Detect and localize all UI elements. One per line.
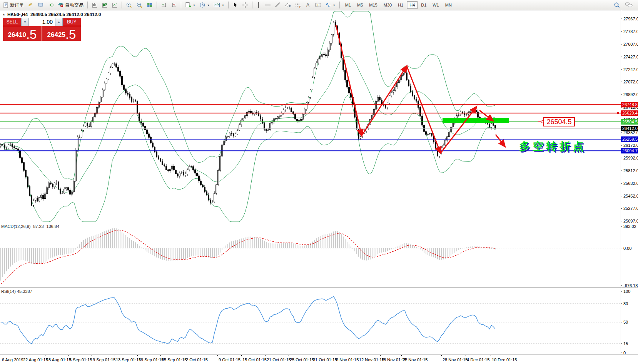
green-zone-rectangle[interactable] xyxy=(443,118,509,123)
svg-text:26629.4: 26629.4 xyxy=(622,111,638,115)
date-tick xyxy=(401,355,402,356)
separator xyxy=(122,2,122,8)
tf-button-H4[interactable]: H4 xyxy=(407,1,418,9)
dropdown-caret-icon: ▼ xyxy=(333,4,336,7)
svg-text:25097.0: 25097.0 xyxy=(623,219,638,223)
cursor-button[interactable] xyxy=(231,0,240,10)
auto-scroll-button[interactable] xyxy=(159,0,169,10)
date-label: 12 Nov 01:15 xyxy=(359,357,384,362)
sell-button[interactable]: SELL xyxy=(3,18,21,26)
new-order-icon xyxy=(3,2,9,8)
tf-button-M1[interactable]: M1 xyxy=(342,1,354,9)
buy-price-main: 26425 xyxy=(47,32,65,38)
separator xyxy=(87,2,88,8)
terminal-button[interactable] xyxy=(36,0,45,10)
vertical-line-icon xyxy=(256,2,261,8)
signal-button[interactable] xyxy=(46,0,55,10)
buy-price-frac: .5 xyxy=(65,29,76,40)
arrows-button[interactable]: ▼ xyxy=(324,0,337,10)
date-tick xyxy=(312,355,312,356)
signal-icon xyxy=(48,2,54,8)
candlesticks xyxy=(0,20,496,207)
volume-increase-button[interactable]: ▲ xyxy=(55,18,63,26)
trend-arrows[interactable] xyxy=(336,25,505,153)
candlestick-chart-button[interactable] xyxy=(100,0,109,10)
crosshair-button[interactable] xyxy=(241,0,250,10)
auto-trading-button[interactable]: 自动交易 xyxy=(56,0,85,10)
tf-button-H1[interactable]: H1 xyxy=(395,1,406,9)
volume-input[interactable]: 1.00 xyxy=(29,18,55,26)
sell-price[interactable]: 26410.5 xyxy=(3,26,42,41)
rsi-label: RSI(14) 45.3387 xyxy=(1,289,32,294)
search-icon[interactable] xyxy=(614,2,620,8)
zoom-in-button[interactable] xyxy=(124,0,134,10)
tile-windows-button[interactable] xyxy=(145,0,154,10)
zoom-out-button[interactable] xyxy=(135,0,144,10)
one-click-trading-panel: SELL ▼ 1.00 ▲ BUY 26410.5 26425.5 xyxy=(3,18,81,41)
svg-text:27072.0: 27072.0 xyxy=(623,80,638,84)
svg-text:25812.0: 25812.0 xyxy=(623,168,638,173)
auto-scroll-icon xyxy=(161,2,167,8)
new-order-button[interactable]: 新订单 xyxy=(2,0,25,10)
date-label: 22 Aug 01:15 xyxy=(23,357,48,362)
template-button[interactable]: ▼ xyxy=(212,0,226,10)
separator xyxy=(339,2,340,8)
tf-button-D1[interactable]: D1 xyxy=(418,1,429,9)
tf-button-M15[interactable]: M15 xyxy=(366,1,380,9)
svg-text:26504.5: 26504.5 xyxy=(622,120,638,124)
tf-button-M5[interactable]: M5 xyxy=(354,1,366,9)
svg-text:27607.0: 27607.0 xyxy=(623,42,638,47)
text-button[interactable]: A xyxy=(304,0,312,10)
zoom-out-icon xyxy=(136,2,143,8)
bar-chart-button[interactable] xyxy=(90,0,99,10)
volume-decrease-button[interactable]: ▼ xyxy=(21,18,29,26)
date-label: 28 Nov 01:15 xyxy=(443,357,468,362)
template-icon xyxy=(214,2,220,8)
date-label: 31 Oct 01:15 xyxy=(313,357,337,362)
price-axis[interactable]: 27967.027787.027607.027427.027247.027072… xyxy=(621,17,638,355)
line-chart-button[interactable] xyxy=(110,0,119,10)
periods-button[interactable]: ▼ xyxy=(198,0,211,10)
price-callout-label[interactable]: 26504.5 xyxy=(543,117,575,126)
chat-icon[interactable] xyxy=(625,2,633,8)
horizontal-line-button[interactable] xyxy=(263,0,272,10)
date-axis[interactable]: 6 Aug 201922 Aug 01:1528 Aug 01:153 Sep … xyxy=(0,355,638,364)
fibonacci-button[interactable]: F xyxy=(294,0,303,10)
horizontal-line-icon xyxy=(265,2,271,8)
bar-chart-icon xyxy=(92,2,98,8)
chart-title-symbol: HK50-,H4 xyxy=(7,12,28,17)
buy-price[interactable]: 26425.5 xyxy=(42,26,81,41)
chart-svg[interactable]: 27967.027787.027607.027427.027247.027072… xyxy=(0,10,638,355)
tf-button-M30[interactable]: M30 xyxy=(381,1,394,9)
svg-text:26172.0: 26172.0 xyxy=(623,143,638,148)
tf-button-W1[interactable]: W1 xyxy=(430,1,442,9)
separator xyxy=(228,2,229,8)
trendline-button[interactable] xyxy=(273,0,282,10)
history-button[interactable] xyxy=(26,0,35,10)
date-label: 3 Sep 01:15 xyxy=(69,357,92,362)
auto-trading-icon xyxy=(58,2,64,8)
new-order-label: 新订单 xyxy=(10,2,24,8)
text-label-button[interactable]: T xyxy=(313,0,323,10)
turning-point-annotation[interactable]: 多空转折点 xyxy=(519,139,586,154)
date-tick xyxy=(45,355,45,356)
chart-canvas[interactable]: 27967.027787.027607.027427.027247.027072… xyxy=(0,10,638,355)
date-label: 15 Oct 01:15 xyxy=(242,357,267,362)
toolbar: 新订单 自动交易 ▼ ▼ xyxy=(0,0,638,10)
arrows-icon xyxy=(325,2,331,8)
svg-text:26892.0: 26892.0 xyxy=(623,92,638,97)
buy-button[interactable]: BUY xyxy=(63,18,81,26)
zoom-in-icon xyxy=(126,2,132,8)
indicators-button[interactable]: ▼ xyxy=(184,0,197,10)
date-label: 25 Sep 01:15 xyxy=(162,357,187,362)
vertical-line-button[interactable] xyxy=(255,0,262,10)
chart-shift-button[interactable] xyxy=(169,0,179,10)
date-label: 28 Aug 01:15 xyxy=(46,357,71,362)
history-icon xyxy=(28,2,34,8)
separator xyxy=(252,2,252,8)
svg-text:27967.0: 27967.0 xyxy=(623,17,638,21)
date-label: 6 Nov 01:15 xyxy=(336,357,359,362)
svg-text:25992.0: 25992.0 xyxy=(623,156,638,160)
tf-button-MN[interactable]: MN xyxy=(443,1,454,9)
equidistant-channel-button[interactable]: E xyxy=(283,0,293,10)
